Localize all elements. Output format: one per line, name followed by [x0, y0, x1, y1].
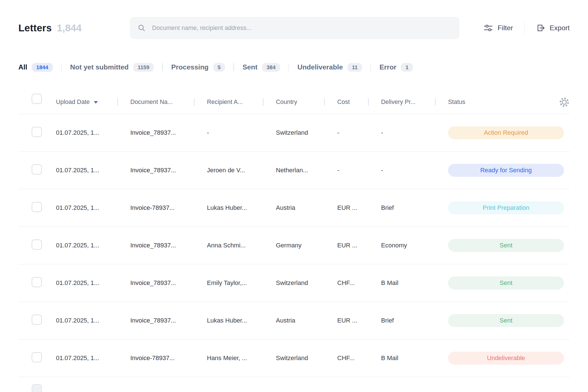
page-title-group: Letters 1,844 — [18, 22, 130, 34]
cell-country: Austria — [276, 204, 337, 212]
table-row[interactable]: 01.07.2025, 1... Invoice-78937... Lukas … — [18, 189, 570, 227]
tab-processing[interactable]: Processing 5 — [163, 63, 234, 72]
cell-status: Sent — [448, 314, 570, 327]
tab-error[interactable]: Error 1 — [371, 63, 421, 72]
row-checkbox-cell — [18, 127, 56, 139]
row-checkbox-cell — [18, 315, 56, 326]
cell-country: Austria — [276, 317, 337, 324]
cell-document-name: Invoice-78937... — [130, 354, 207, 362]
cell-upload-date: 01.07.2025, 1... — [56, 279, 130, 287]
cell-status: Ready for Sending — [448, 164, 570, 177]
cell-delivery-product: - — [381, 167, 448, 174]
letters-page: Letters 1,844 Filter — [0, 0, 588, 392]
cell-upload-date: 01.07.2025, 1... — [56, 354, 130, 362]
cell-recipient: Hans Meier, ... — [207, 354, 276, 362]
status-badge: Print Preparation — [448, 201, 564, 214]
export-button[interactable]: Export — [536, 23, 570, 32]
status-tabs: All 1844 Not yet submitted 1159 Processi… — [18, 60, 570, 75]
cell-upload-date: 01.07.2025, 1... — [56, 242, 130, 249]
tab-undeliverable[interactable]: Undeliverable 11 — [289, 63, 371, 72]
cell-delivery-product: Brief — [381, 204, 448, 212]
cell-status: Sent — [448, 276, 570, 289]
page-title: Letters — [18, 22, 52, 34]
cell-country: Switzerland — [276, 129, 337, 136]
cell-delivery-product: Economy — [381, 242, 448, 249]
table-row[interactable]: 01.07.2025, 1... Invoice_78937... Anna S… — [18, 227, 570, 264]
cell-delivery-product: B Mail — [381, 279, 448, 287]
tab-all[interactable]: All 1844 — [18, 63, 61, 72]
tab-count-badge: 1159 — [133, 63, 154, 72]
cell-cost: CHF... — [337, 279, 381, 287]
status-badge: Action Required — [448, 126, 564, 139]
row-checkbox[interactable] — [32, 315, 42, 325]
row-checkbox[interactable] — [32, 202, 42, 212]
cell-document-name: Invoice_78937... — [130, 279, 207, 287]
tab-count-badge: 5 — [213, 63, 225, 72]
search-icon — [137, 24, 146, 32]
tab-label: Not yet submitted — [70, 63, 129, 71]
cell-cost: EUR ... — [337, 204, 381, 212]
table-settings-gear-icon[interactable] — [559, 97, 570, 108]
status-badge: Ready for Sending — [448, 164, 564, 177]
row-checkbox-cell — [18, 164, 56, 176]
tab-count-badge: 11 — [347, 63, 362, 72]
row-checkbox[interactable] — [32, 352, 42, 362]
cell-document-name: Invoice_78937... — [130, 129, 207, 136]
column-header-upload-date[interactable]: Upload Date — [56, 98, 130, 106]
cell-upload-date: 01.07.2025, 1... — [56, 167, 130, 174]
cell-cost: - — [337, 167, 381, 174]
cell-recipient: Lukas Huber... — [207, 204, 276, 212]
cell-recipient: Jeroen de V... — [207, 167, 276, 174]
row-checkbox[interactable] — [32, 277, 42, 287]
status-badge: Sent — [448, 239, 564, 252]
table-row[interactable]: 01.07.2025, 1... Invoice-78937... Hans M… — [18, 339, 570, 377]
cell-country: Germany — [276, 242, 337, 249]
cell-country: Switzerland — [276, 279, 337, 287]
cell-delivery-product: - — [381, 129, 448, 136]
column-header-delivery-product: Delivery Pr... — [381, 98, 448, 106]
table-row[interactable]: 01.07.2025, 1... Invoice_78937... Emily … — [18, 264, 570, 302]
column-header-status: Status — [448, 98, 570, 106]
status-badge: Sent — [448, 314, 564, 327]
cell-document-name: Invoice_78937... — [130, 242, 207, 249]
column-header-country: Country — [276, 98, 337, 106]
cell-recipient: - — [207, 129, 276, 136]
cell-cost: CHF... — [337, 354, 381, 362]
cell-upload-date: 01.07.2025, 1... — [56, 204, 130, 212]
search-bar[interactable] — [130, 17, 459, 39]
tab-label: Undeliverable — [297, 63, 343, 71]
cell-delivery-product: B Mail — [381, 354, 448, 362]
row-checkbox-cell — [18, 202, 56, 214]
cell-status: Sent — [448, 239, 570, 252]
cell-status: Action Required — [448, 126, 570, 139]
header-actions: Filter Export — [483, 22, 570, 34]
cell-recipient: Emily Taylor,... — [207, 279, 276, 287]
table-row[interactable]: 01.07.2025, 1... Invoice_78937... Lukas … — [18, 302, 570, 339]
select-all-checkbox[interactable] — [32, 94, 42, 104]
tab-label: All — [18, 63, 27, 71]
row-checkbox-cell — [18, 239, 56, 251]
cell-country: Netherlan... — [276, 167, 337, 174]
filter-label: Filter — [498, 24, 513, 32]
page-title-count: 1,844 — [57, 22, 82, 34]
cell-document-name: Invoice_78937... — [130, 317, 207, 324]
row-checkbox[interactable] — [32, 127, 42, 137]
table-row[interactable]: 01.07.2025, 1... Invoice_78937... - Swit… — [18, 114, 570, 152]
tab-count-badge: 1 — [401, 63, 413, 72]
actions-divider — [524, 22, 525, 34]
header-checkbox-cell — [18, 94, 56, 106]
partial-next-row-checkbox[interactable] — [32, 384, 42, 392]
letters-table: Upload Date Document Na... Recipient A..… — [18, 75, 570, 377]
row-checkbox[interactable] — [32, 164, 42, 175]
search-input[interactable] — [152, 25, 452, 32]
table-row[interactable]: 01.07.2025, 1... Invoice_78937... Jeroen… — [18, 152, 570, 189]
row-checkbox[interactable] — [32, 239, 42, 250]
status-badge: Sent — [448, 276, 564, 289]
filter-button[interactable]: Filter — [483, 24, 513, 32]
tab-label: Sent — [243, 63, 258, 71]
tab-count-badge: 384 — [262, 63, 280, 72]
tab-not-yet-submitted[interactable]: Not yet submitted 1159 — [62, 63, 162, 72]
tab-sent[interactable]: Sent 384 — [234, 63, 289, 72]
status-badge: Undeliverable — [448, 352, 564, 365]
export-icon — [536, 23, 545, 32]
